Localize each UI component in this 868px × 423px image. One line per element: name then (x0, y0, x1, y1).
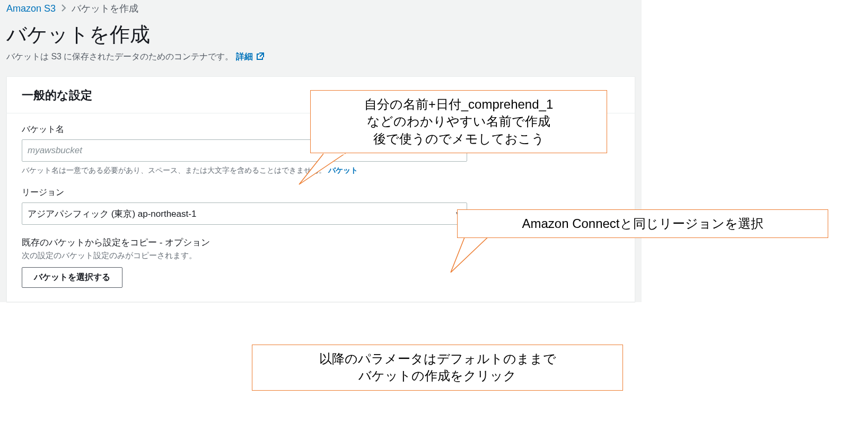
copy-settings-title: 既存のバケットから設定をコピー - オプション (22, 236, 620, 249)
chevron-right-icon (61, 3, 66, 14)
region-select[interactable]: アジアパシフィック (東京) ap-northeast-1 ▼ (22, 202, 467, 225)
breadcrumb-root-link[interactable]: Amazon S3 (6, 3, 56, 14)
external-link-icon (256, 52, 265, 63)
choose-bucket-button[interactable]: バケットを選択する (22, 267, 122, 288)
callout-region: Amazon Connectと同じリージョンを選択 (457, 209, 828, 238)
breadcrumb-current: バケットを作成 (72, 2, 138, 15)
learn-more-link[interactable]: 詳細 (236, 52, 265, 61)
page-subtitle: バケットは S3 に保存されたデータのためのコンテナです。 詳細 (6, 51, 635, 63)
page-title: バケットを作成 (6, 21, 635, 48)
copy-settings-field: 既存のバケットから設定をコピー - オプション 次の設定のバケット設定のみがコピ… (22, 236, 620, 288)
svg-marker-2 (451, 232, 493, 272)
callout-bucket-name: 自分の名前+日付_comprehend_1 などのわかりやすい名前で作成 後で使… (310, 90, 607, 153)
callout-pointer-icon (292, 153, 355, 190)
page-subtitle-text: バケットは S3 に保存されたデータのためのコンテナです。 (6, 52, 233, 61)
region-selected-value: アジアパシフィック (東京) ap-northeast-1 (28, 208, 196, 220)
breadcrumb: Amazon S3 バケットを作成 (0, 0, 642, 19)
svg-marker-0 (299, 154, 345, 184)
copy-settings-desc: 次の設定のバケット設定のみがコピーされます。 (22, 251, 620, 261)
callout-defaults: 以降のパラメータはデフォルトのままで バケットの作成をクリック (252, 345, 623, 391)
